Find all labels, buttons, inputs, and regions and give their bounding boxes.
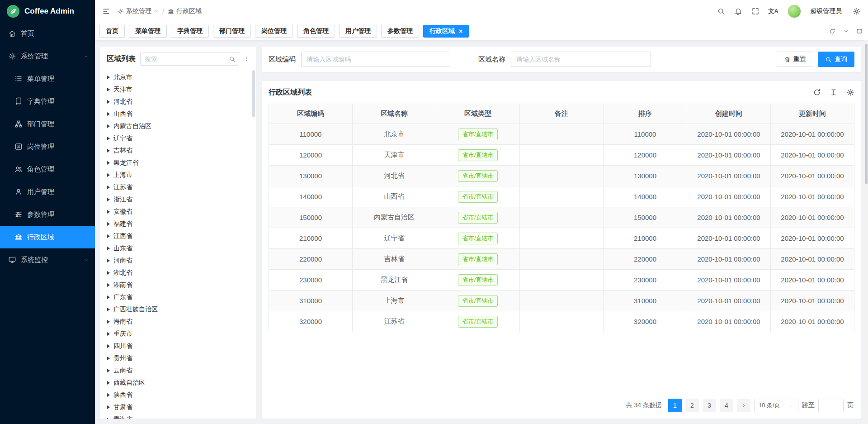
table-row[interactable]: 140000 山西省 省市/直辖市 140000 2020-10-01 00:0… (269, 186, 854, 207)
caret-right-icon[interactable] (107, 405, 110, 409)
avatar[interactable] (788, 5, 801, 18)
tree-item[interactable]: 甘肃省 (100, 401, 256, 413)
tab-home[interactable]: 首页 (99, 25, 125, 38)
menu-item-role-mgmt[interactable]: 角色管理 (0, 158, 95, 181)
page-button-4[interactable]: 4 (720, 399, 733, 412)
menu-item-region[interactable]: 行政区域 (0, 226, 95, 248)
menu-item-post-mgmt[interactable]: 岗位管理 (0, 135, 95, 158)
menu-item-menu-mgmt[interactable]: 菜单管理 (0, 67, 95, 90)
tree-item[interactable]: 北京市 (100, 71, 256, 83)
table-row[interactable]: 310000 上海市 省市/直辖市 310000 2020-10-01 00:0… (269, 291, 854, 311)
page-button-3[interactable]: 3 (703, 399, 716, 412)
table-row[interactable]: 210000 辽宁省 省市/直辖市 210000 2020-10-01 00:0… (269, 228, 854, 249)
page-size-select[interactable]: 10 条/页 (754, 399, 798, 412)
tree-item[interactable]: 江苏省 (100, 181, 256, 193)
tree-item[interactable]: 青海省 (100, 413, 256, 419)
tree-item[interactable]: 内蒙古自治区 (100, 120, 256, 132)
caret-right-icon[interactable] (107, 198, 110, 201)
tree-item[interactable]: 辽宁省 (100, 132, 256, 144)
menu-item-dict-mgmt[interactable]: 字典管理 (0, 90, 95, 113)
tree-item[interactable]: 吉林省 (100, 144, 256, 157)
table-row[interactable]: 110000 北京市 省市/直辖市 110000 2020-10-01 00:0… (269, 124, 854, 145)
tree-item[interactable]: 河北省 (100, 95, 256, 108)
tree-item[interactable]: 上海市 (100, 169, 256, 181)
caret-right-icon[interactable] (107, 100, 110, 104)
caret-right-icon[interactable] (107, 247, 110, 250)
row-height-icon[interactable] (830, 88, 838, 96)
chevron-down-icon[interactable] (843, 28, 849, 34)
close-icon[interactable]: × (459, 28, 462, 34)
tree-item[interactable]: 贵州省 (100, 352, 256, 364)
tree-item[interactable]: 广东省 (100, 291, 256, 303)
tab-post-mgmt[interactable]: 岗位管理 (255, 25, 293, 38)
caret-right-icon[interactable] (107, 393, 110, 397)
caret-right-icon[interactable] (107, 381, 110, 385)
tree-item[interactable]: 福建省 (100, 218, 256, 230)
tree-item[interactable]: 云南省 (100, 364, 256, 376)
table-row[interactable]: 230000 黑龙江省 省市/直辖市 230000 2020-10-01 00:… (269, 270, 854, 291)
caret-right-icon[interactable] (107, 344, 110, 348)
tab-user-mgmt[interactable]: 用户管理 (339, 25, 377, 38)
translate-icon[interactable]: 文A (769, 7, 778, 15)
column-settings-gear-icon[interactable] (846, 88, 854, 96)
tree-item[interactable]: 江西省 (100, 230, 256, 242)
query-button[interactable]: 查询 (818, 52, 854, 67)
caret-right-icon[interactable] (107, 112, 110, 116)
region-code-input[interactable] (301, 52, 450, 67)
menu-item-dept-mgmt[interactable]: 部门管理 (0, 113, 95, 135)
table-row[interactable]: 320000 江苏省 省市/直辖市 320000 2020-10-01 00:0… (269, 311, 854, 332)
table-row[interactable]: 120000 天津市 省市/直辖市 120000 2020-10-01 00:0… (269, 145, 854, 166)
user-name[interactable]: 超级管理员 (810, 7, 842, 15)
caret-right-icon[interactable] (107, 283, 110, 287)
bell-icon[interactable] (734, 7, 742, 15)
tree-item[interactable]: 湖南省 (100, 279, 256, 291)
tree-item[interactable]: 山西省 (100, 108, 256, 120)
tree-item[interactable]: 湖北省 (100, 267, 256, 279)
page-scrollbar[interactable] (864, 40, 868, 424)
tree-item[interactable]: 广西壮族自治区 (100, 303, 256, 315)
caret-right-icon[interactable] (107, 271, 110, 275)
caret-right-icon[interactable] (107, 418, 110, 419)
caret-right-icon[interactable] (107, 124, 110, 128)
caret-right-icon[interactable] (107, 308, 110, 311)
tab-role-mgmt[interactable]: 角色管理 (297, 25, 335, 38)
tree-item[interactable]: 四川省 (100, 340, 256, 352)
caret-right-icon[interactable] (107, 320, 110, 324)
menu-item-home[interactable]: 首页 (0, 22, 95, 45)
caret-right-icon[interactable] (107, 222, 110, 226)
tree-item[interactable]: 安徽省 (100, 205, 256, 218)
settings-gear-icon[interactable] (853, 7, 861, 15)
scrollbar-thumb[interactable] (865, 44, 868, 184)
more-dots-icon[interactable] (244, 56, 250, 62)
tree-item[interactable]: 黑龙江省 (100, 157, 256, 169)
tab-region[interactable]: 行政区域 × (423, 25, 469, 38)
caret-right-icon[interactable] (107, 88, 110, 91)
fullscreen-icon[interactable] (751, 7, 760, 15)
tree-item[interactable]: 海南省 (100, 315, 256, 328)
caret-right-icon[interactable] (107, 161, 110, 165)
menu-item-param-mgmt[interactable]: 参数管理 (0, 203, 95, 226)
tree-item[interactable]: 浙江省 (100, 193, 256, 205)
caret-right-icon[interactable] (107, 259, 110, 262)
search-icon[interactable] (717, 7, 725, 15)
search-icon[interactable] (229, 56, 236, 62)
tree-item[interactable]: 山东省 (100, 242, 256, 254)
table-row[interactable]: 130000 河北省 省市/直辖市 130000 2020-10-01 00:0… (269, 166, 854, 186)
refresh-icon[interactable] (829, 28, 835, 34)
layout-toggle-icon[interactable] (856, 28, 863, 34)
tree-search-input[interactable] (140, 52, 239, 66)
tree-item[interactable]: 河南省 (100, 254, 256, 267)
breadcrumb-item-system[interactable]: 系统管理 (118, 7, 159, 15)
tree-item[interactable]: 重庆市 (100, 328, 256, 340)
menu-fold-icon[interactable] (102, 7, 110, 15)
caret-right-icon[interactable] (107, 186, 110, 189)
region-name-input[interactable] (511, 52, 651, 67)
caret-right-icon[interactable] (107, 369, 110, 372)
caret-right-icon[interactable] (107, 173, 110, 177)
caret-right-icon[interactable] (107, 149, 110, 152)
refresh-icon[interactable] (813, 88, 821, 96)
next-page-button[interactable] (737, 399, 750, 412)
page-button-1[interactable]: 1 (668, 399, 682, 412)
menu-item-monitor[interactable]: 系统监控 (0, 248, 95, 271)
caret-right-icon[interactable] (107, 137, 110, 140)
